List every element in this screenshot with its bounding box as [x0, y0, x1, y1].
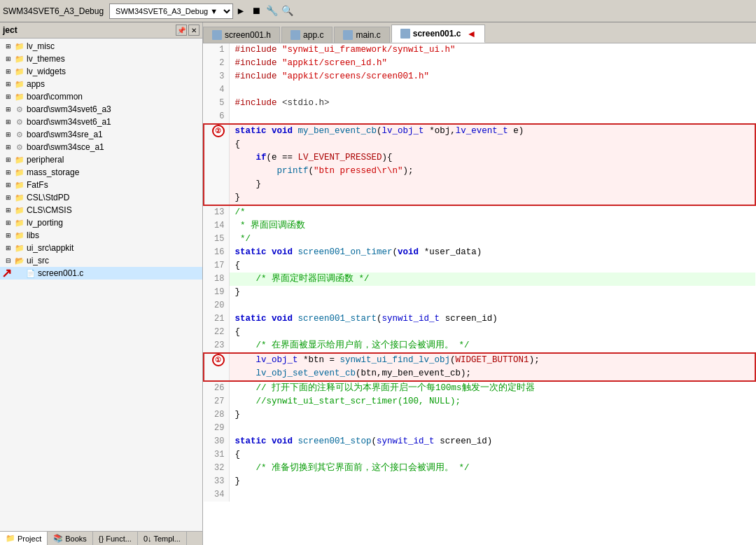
code-line-23: 23 /* 在界面被显示给用户前，这个接口会被调用。 */: [204, 339, 755, 353]
code-line-29: 29: [204, 422, 755, 435]
tree-item-board-swm34svet6-a1[interactable]: ⊞ ⚙ board\swm34svet6_a1: [0, 116, 202, 128]
tab-screen001-c[interactable]: screen001.c ◄: [391, 25, 486, 43]
tree-item-lv_misc[interactable]: ⊞ 📁 lv_misc: [0, 40, 202, 53]
code-line-31: 31 {: [204, 448, 755, 462]
sidebar-close-button[interactable]: ✕: [188, 25, 200, 36]
toolbar-icon-2[interactable]: ⏹: [249, 4, 263, 18]
tab-app-c[interactable]: app.c: [281, 27, 332, 43]
code-line-16: 16 static void screen001_on_timer(void *…: [204, 246, 755, 259]
code-line-28: 28 }: [204, 408, 755, 422]
expand-icon: ⊞: [3, 230, 14, 241]
tab-templates[interactable]: 0↓ Templ...: [138, 532, 187, 545]
file-tab-icon: [212, 30, 222, 40]
project-tree[interactable]: ⊞ 📁 lv_misc ⊞ 📁 lv_themes ⊞ 📁 lv_widgets…: [0, 39, 202, 531]
code-line-17: 17 {: [204, 259, 755, 272]
tree-label: board\common: [25, 92, 83, 102]
expand-icon: ⊟: [3, 255, 14, 266]
code-editor[interactable]: 1 #include "synwit_ui_framework/synwit_u…: [203, 43, 756, 545]
tree-item-lv_widgets[interactable]: ⊞ 📁 lv_widgets: [0, 65, 202, 78]
code-line-33: 33 }: [204, 475, 755, 488]
expand-icon: ⊞: [3, 66, 14, 77]
tab-functions[interactable]: {} Funct...: [93, 532, 138, 545]
project-tab-icon: 📁: [6, 534, 15, 543]
code-line-10: printf("btn pressed\r\n");: [204, 165, 755, 178]
toolbar-title: SWM34SVET6_A3_Debug: [3, 6, 104, 16]
tree-item-board-swm34svet6-a3[interactable]: ⊞ ⚙ board\swm34svet6_a3: [0, 103, 202, 116]
tree-item-cls-cmsis[interactable]: ⊞ 📁 CLS\CMSIS: [0, 204, 202, 216]
tree-item-board-swm34sce-a1[interactable]: ⊞ ⚙ board\swm34sce_a1: [0, 141, 202, 153]
config-dropdown[interactable]: SWM34SVET6_A3_Debug ▼: [109, 4, 233, 19]
tree-item-libs[interactable]: ⊞ 📁 libs: [0, 229, 202, 242]
code-line-4: 4: [204, 83, 755, 97]
expand-icon: ⊞: [3, 104, 14, 115]
toolbar-icon-4[interactable]: 🔍: [280, 4, 294, 18]
code-line-19: 19 }: [204, 286, 755, 299]
tree-label: lv_porting: [25, 218, 63, 228]
expand-icon: ⊞: [3, 78, 14, 90]
tree-item-lv-porting[interactable]: ⊞ 📁 lv_porting: [0, 216, 202, 229]
gear-icon: ⚙: [14, 116, 25, 127]
tree-item-board-swm34sre-a1[interactable]: ⊞ ⚙ board\swm34sre_a1: [0, 128, 202, 141]
tab-books[interactable]: 📚 Books: [48, 532, 93, 545]
expand-icon: [14, 268, 25, 279]
tree-item-ui-src-appkit[interactable]: ⊞ 📁 ui_src\appkit: [0, 242, 202, 254]
red-arrow-annotation: ↗: [1, 265, 12, 281]
functions-tab-label: {} Funct...: [99, 534, 132, 543]
tree-label: ui_src\appkit: [25, 243, 74, 253]
tree-label: apps: [25, 79, 45, 89]
code-line-25: lv_obj_set_event_cb(btn,my_ben_event_cb)…: [204, 367, 755, 381]
tree-item-ui-src[interactable]: ⊟ 📂 ui_src: [0, 254, 202, 267]
file-icon: 📄: [25, 268, 36, 279]
code-line-15: 15 */: [204, 233, 755, 246]
tree-item-screen001-c[interactable]: 📄 screen001.c ↗: [0, 267, 202, 280]
tree-label: lv_misc: [25, 41, 55, 51]
tab-screen001-h[interactable]: screen001.h: [203, 27, 280, 43]
tree-item-apps[interactable]: ⊞ 📁 apps: [0, 78, 202, 90]
tree-label: screen001.c: [36, 268, 83, 278]
tab-main-c[interactable]: main.c: [334, 27, 389, 43]
tree-item-board-common[interactable]: ⊞ 📁 board\common: [0, 90, 202, 103]
expand-icon: ⊞: [3, 154, 14, 165]
tree-label: CLS\CMSIS: [25, 205, 72, 215]
sidebar-pin-button[interactable]: 📌: [176, 25, 187, 36]
expand-icon: ⊞: [3, 167, 14, 178]
file-tab-icon: [343, 30, 353, 40]
code-line-6: 6: [204, 110, 755, 124]
expand-icon: ⊞: [3, 129, 14, 140]
tab-label: screen001.c: [413, 29, 461, 39]
expand-icon: ⊞: [3, 53, 14, 64]
folder-icon: 📁: [14, 230, 25, 241]
expand-icon: ⊞: [3, 41, 14, 52]
tab-label: main.c: [356, 30, 380, 40]
toolbar-icon-3[interactable]: 🔧: [265, 4, 279, 18]
tree-label: peripheral: [25, 155, 64, 165]
expand-icon: ⊞: [3, 142, 14, 153]
tree-item-mass-storage[interactable]: ⊞ 📁 mass_storage: [0, 166, 202, 179]
toolbar-icon-1[interactable]: ▶: [234, 4, 248, 18]
annotation-circle-2: ②: [212, 125, 225, 137]
folder-icon: 📁: [14, 154, 25, 165]
tree-label: libs: [25, 230, 39, 240]
sidebar-bottom-tabs: 📁 Project 📚 Books {} Funct... 0↓ Templ..…: [0, 531, 202, 545]
tab-arrow-icon: ◄: [466, 28, 476, 39]
expand-icon: ⊞: [3, 205, 14, 216]
code-line-18: 18 /* 界面定时器回调函数 */: [204, 272, 755, 286]
sidebar-header: ject 📌 ✕: [0, 22, 202, 39]
project-tab-label: Project: [18, 534, 41, 543]
expand-icon: ⊞: [3, 217, 14, 228]
tree-item-fatfs[interactable]: ⊞ 📁 FatFs: [0, 179, 202, 191]
folder-icon: 📁: [14, 91, 25, 102]
code-line-14: 14 * 界面回调函数: [204, 219, 755, 233]
file-tabs: screen001.h app.c main.c screen001.c ◄: [203, 22, 756, 43]
tab-project[interactable]: 📁 Project: [0, 532, 48, 545]
tree-item-csl-stdpd[interactable]: ⊞ 📁 CSL\StdPD: [0, 191, 202, 204]
tab-label: screen001.h: [225, 30, 271, 40]
code-table: 1 #include "synwit_ui_framework/synwit_u…: [203, 43, 756, 502]
tree-item-peripheral[interactable]: ⊞ 📁 peripheral: [0, 153, 202, 166]
code-line-27: 27 //synwit_ui_start_scr_timer(100, NULL…: [204, 395, 755, 408]
tree-item-lv_themes[interactable]: ⊞ 📁 lv_themes: [0, 53, 202, 65]
gear-icon: ⚙: [14, 104, 25, 115]
expand-icon: ⊞: [3, 91, 14, 102]
code-line-8: {: [204, 138, 755, 151]
sidebar-title: ject: [3, 25, 18, 35]
